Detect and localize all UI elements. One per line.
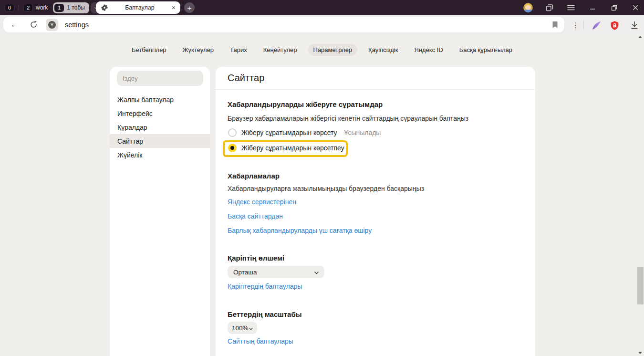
settings-gear-icon [101,4,108,11]
nav-tab-extensions[interactable]: Кеңейтулер [258,44,302,56]
scroll-down-arrow[interactable] [638,352,642,354]
toolbar: ← Y settings ⋮ [0,15,644,34]
page-zoom-select[interactable]: 100% [228,322,257,334]
notification-requests-description: Браузер хабарламаларын жібергісі келетін… [228,115,468,122]
workspace-active-group[interactable]: 1 1 тобы [53,2,89,13]
settings-sidebar: Жалпы баптаулар Интерфейс Құралдар Сайтт… [110,67,210,356]
workspace-badge-work[interactable]: 2 [23,4,33,12]
chevron-down-icon [249,325,253,332]
sidebar-item-sites[interactable]: Сайттар [110,134,210,148]
sidebar-item-tools[interactable]: Құралдар [110,120,210,134]
titlebar-right [523,0,640,15]
active-tab[interactable]: Баптаулар × [96,1,180,14]
workspace-label-work[interactable]: work [36,4,48,11]
page-zoom-heading: Беттердің масштабы [228,310,302,318]
nav-tab-yandex-id[interactable]: Яндекс ID [409,44,448,56]
notification-requests-heading: Хабарландыруларды жіберуге сұратымдар [228,100,383,108]
nav-tab-history[interactable]: Тарих [225,44,252,56]
title-divider [216,89,535,90]
settings-nav-tabs: Бетбелгілер Жүктеулер Тарих Кеңейтулер П… [0,44,644,56]
sidebar-item-general[interactable]: Жалпы баптаулар [110,93,210,106]
notifications-description: Хабарландыруларға жазылымыңызды браузерд… [228,185,424,192]
download-icon[interactable] [629,20,640,31]
workspace-label-group: 1 тобы [67,4,85,11]
sidebar-item-system[interactable]: Жүйелік [110,148,210,162]
notifications-heading: Хабарламалар [228,172,280,180]
address-bar[interactable]: ← Y settings [3,17,564,32]
bookmark-flag-icon[interactable] [552,21,558,29]
page-zoom-value: 100% [232,325,249,332]
sidebar-item-interface[interactable]: Интерфейс [110,106,210,120]
scroll-up-arrow[interactable] [638,36,642,38]
tab-title: Баптаулар [108,4,172,11]
page-title: Сайттар [228,73,264,84]
font-size-select[interactable]: Орташа [228,266,324,278]
window-restore-button[interactable] [609,3,619,12]
link-site-settings[interactable]: Сайттың баптаулары [228,337,293,345]
browser-window: 0 2 work 1 1 тобы [0,0,644,356]
nav-tab-bookmarks[interactable]: Бетбелгілер [126,44,172,56]
page-scrollbar[interactable] [637,34,644,356]
link-mute-all-three-hours[interactable]: Барлық хабарландыруларды үш сағатқа өшір… [228,227,372,234]
link-other-sites[interactable]: Басқа сайттардан [228,212,283,220]
scrollbar-thumb[interactable] [637,267,644,304]
window-close-button[interactable] [631,3,640,12]
nav-tab-settings[interactable]: Параметрлер [308,44,358,56]
reload-icon[interactable] [30,21,38,29]
link-yandex-services[interactable]: Яндекс сервистерінен [228,198,296,206]
back-icon[interactable]: ← [10,20,19,30]
link-font-settings[interactable]: Қаріптердің баптаулары [228,283,302,290]
workspace-badge-0[interactable]: 0 [5,4,14,12]
recommended-badge: Ұсынылады [344,129,381,136]
side-panels-icon[interactable] [545,3,554,12]
site-favicon-chip: Y [46,19,58,31]
protect-shield-icon[interactable] [609,20,620,31]
yandex-favicon-icon: Y [48,21,56,29]
url-text[interactable]: settings [65,21,552,29]
highlight-annotation-box [223,140,348,157]
workspace-badge-group: 1 [54,4,64,12]
workspace-divider [19,5,19,11]
sidebar-search-input[interactable] [117,71,203,86]
titlebar: 0 2 work 1 1 тобы [0,0,644,15]
sidebar-list: Жалпы баптаулар Интерфейс Құралдар Сайтт… [110,93,210,162]
menu-hamburger-icon[interactable] [566,3,576,12]
radio-show-label[interactable]: Жіберу сұратымдарын көрсету [241,129,337,136]
workspace-switcher: 0 2 work 1 1 тобы [5,0,103,15]
window-minimize-button[interactable] [588,3,597,12]
chevron-down-icon [314,269,319,276]
nav-tab-other-devices[interactable]: Басқа құрылғылар [454,44,518,56]
radio-unselected-icon[interactable] [228,128,237,137]
font-size-value: Орташа [233,269,257,276]
toolbar-separator [583,20,584,30]
nav-tab-security[interactable]: Қауіпсіздік [363,44,403,56]
feather-extension-icon[interactable] [591,20,602,31]
tab-close-icon[interactable]: × [172,4,176,11]
font-size-heading: Қаріптің өлшемі [228,254,284,262]
more-options-icon[interactable]: ⋮ [571,20,581,31]
new-tab-button[interactable]: + [184,2,195,13]
nav-tab-downloads[interactable]: Жүктеулер [177,44,219,56]
user-avatar[interactable] [523,3,533,12]
settings-page: Бетбелгілер Жүктеулер Тарих Кеңейтулер П… [0,34,644,356]
settings-main-card: Сайттар Хабарландыруларды жіберуге сұрат… [216,67,535,356]
radio-show-requests[interactable]: Жіберу сұратымдарын көрсету Ұсынылады [228,127,381,138]
